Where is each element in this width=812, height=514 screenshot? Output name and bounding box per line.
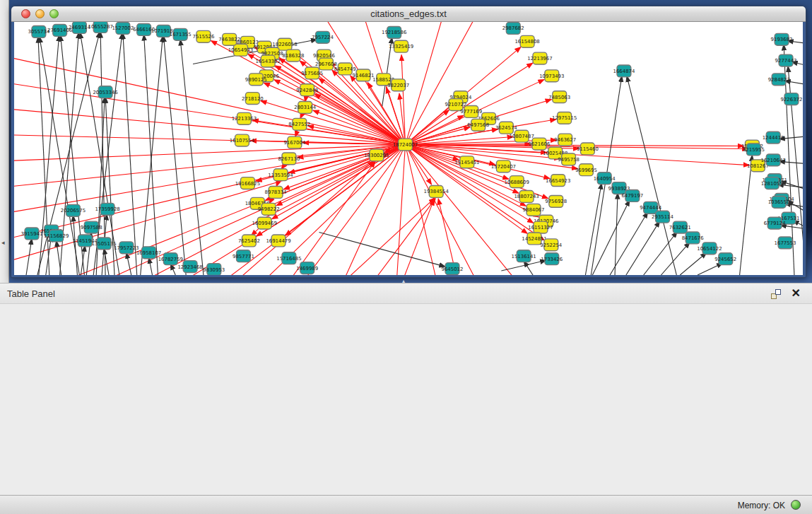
network-edge[interactable] — [73, 216, 77, 275]
network-canvas[interactable]: 1872400718300295193845541514545116154808… — [14, 22, 803, 275]
network-node-label: 9277443 — [775, 58, 797, 64]
network-edge[interactable] — [592, 200, 630, 275]
network-node-label: 1664874 — [613, 69, 635, 74]
network-node[interactable]: 19218586 — [382, 26, 406, 38]
network-edge[interactable] — [644, 232, 678, 275]
network-edge[interactable] — [368, 199, 435, 275]
network-node[interactable]: 9115460 — [577, 143, 599, 155]
network-node[interactable]: 7957224 — [312, 31, 334, 43]
network-node[interactable]: 1640954 — [594, 173, 616, 185]
network-node-label: 7485063 — [548, 95, 570, 100]
network-node[interactable]: 9645012 — [442, 263, 464, 275]
network-node[interactable]: 12923468 — [177, 261, 202, 273]
network-edge[interactable] — [180, 40, 204, 275]
network-node[interactable]: 15716485 — [276, 252, 301, 264]
network-node[interactable]: 9284823 — [768, 74, 790, 86]
network-edge[interactable] — [126, 252, 131, 275]
network-edge[interactable] — [627, 76, 676, 275]
network-node[interactable]: 12975115 — [552, 112, 577, 124]
network-node[interactable]: 9699695 — [575, 164, 597, 176]
network-node-label: 19166825 — [235, 181, 260, 187]
network-node[interactable]: 9167004 — [283, 136, 305, 148]
network-node[interactable]: 1527002 — [112, 22, 134, 34]
network-node[interactable]: 1664874 — [613, 65, 635, 77]
network-node[interactable]: 9226372 — [781, 93, 803, 105]
network-node[interactable]: 8267130 — [278, 153, 300, 165]
network-node[interactable]: 20053346 — [93, 86, 117, 98]
network-node[interactable]: 3624574 — [495, 122, 517, 134]
close-panel-icon[interactable]: ✕ — [792, 286, 801, 300]
network-node[interactable]: 16099469 — [252, 217, 277, 229]
network-node-label: 16654923 — [546, 178, 570, 184]
network-edge[interactable] — [406, 137, 514, 145]
network-node-label: 18724007 — [393, 142, 418, 148]
network-window-titlebar[interactable]: citations_edges.txt — [11, 6, 806, 22]
network-node[interactable]: 9245652 — [714, 253, 736, 265]
network-node[interactable]: 13325419 — [389, 40, 413, 52]
network-node-label: 18300295 — [364, 153, 389, 158]
network-node[interactable]: 16654923 — [546, 175, 570, 187]
network-node-label: 1081267 — [747, 163, 769, 169]
network-edge[interactable] — [104, 248, 109, 275]
network-node-label: 10654122 — [697, 246, 722, 252]
network-node-label: 1677553 — [775, 240, 796, 246]
network-node-label: 18807243 — [514, 194, 539, 199]
table-panel-title: Table Panel — [7, 288, 55, 299]
network-node[interactable]: 10655287 — [88, 22, 112, 33]
network-node[interactable]: 9277443 — [775, 54, 797, 66]
network-node[interactable]: 10654122 — [697, 243, 722, 255]
network-node-label: 16210643 — [761, 158, 786, 163]
network-window-title: citations_edges.txt — [11, 8, 806, 19]
network-node-label: 9252254 — [540, 243, 562, 248]
network-edge[interactable] — [123, 33, 137, 275]
network-window[interactable]: citations_edges.txt 18724007183002951938… — [11, 6, 806, 278]
network-node-label: 10973493 — [539, 74, 564, 79]
network-node[interactable]: 15145451 — [454, 156, 479, 168]
network-edge[interactable] — [38, 37, 49, 275]
network-edge[interactable] — [163, 36, 186, 275]
network-node-label: 16543382 — [256, 59, 281, 64]
network-edge[interactable] — [680, 252, 707, 275]
network-edge[interactable] — [406, 63, 533, 145]
network-node[interactable]: 1733426 — [541, 253, 563, 265]
network-node[interactable]: 16154808 — [514, 35, 539, 47]
network-node[interactable]: 9463627 — [554, 134, 576, 146]
left-panel-strip[interactable]: ◂ — [0, 0, 9, 283]
table-panel-header: Table Panel ✕ — [0, 284, 812, 304]
network-node[interactable]: 7485063 — [548, 91, 570, 103]
memory-status-indicator[interactable] — [791, 500, 801, 510]
network-node[interactable]: 15720407 — [491, 160, 516, 173]
network-node[interactable]: 9830953 — [203, 264, 225, 275]
network-node-label: 15145451 — [454, 160, 479, 165]
network-node[interactable]: 16107554 — [230, 134, 255, 146]
network-edge[interactable] — [400, 199, 435, 275]
network-node[interactable]: 12213363 — [232, 112, 257, 124]
network-edge[interactable] — [524, 261, 533, 275]
network-edge[interactable] — [626, 221, 660, 275]
network-node[interactable]: 2718120 — [242, 93, 264, 105]
network-edge[interactable] — [26, 238, 32, 275]
network-edge[interactable] — [698, 263, 723, 275]
network-node[interactable]: 15136141 — [511, 250, 536, 262]
panel-collapse-arrow-icon[interactable]: ◂ — [1, 239, 5, 246]
network-node[interactable]: 1244415 — [763, 132, 784, 144]
network-node[interactable]: 9193682 — [771, 33, 793, 45]
memory-status-label: Memory: OK — [738, 501, 785, 510]
network-node[interactable]: 8186328 — [282, 49, 304, 62]
network-edge[interactable] — [740, 155, 753, 275]
network-node-label: 11156829 — [44, 233, 69, 239]
network-node[interactable]: 19166825 — [235, 177, 260, 189]
network-node[interactable]: 1469989 — [296, 262, 318, 274]
network-node-label: 16107554 — [230, 138, 255, 144]
network-node-label: 9857771 — [233, 254, 254, 259]
network-node[interactable]: 12213967 — [527, 52, 552, 64]
float-panel-icon[interactable] — [771, 289, 781, 299]
network-node[interactable]: 8978334 — [265, 187, 287, 199]
network-node[interactable]: 3915941 — [21, 228, 43, 240]
network-node-label: 9621606 — [528, 141, 550, 147]
network-node-label: 12213363 — [232, 116, 257, 122]
network-node[interactable]: 18807243 — [514, 191, 539, 203]
network-node[interactable]: 10688609 — [505, 176, 529, 188]
network-node[interactable]: 9756928 — [545, 195, 567, 207]
network-node[interactable]: 2987682 — [502, 22, 524, 34]
